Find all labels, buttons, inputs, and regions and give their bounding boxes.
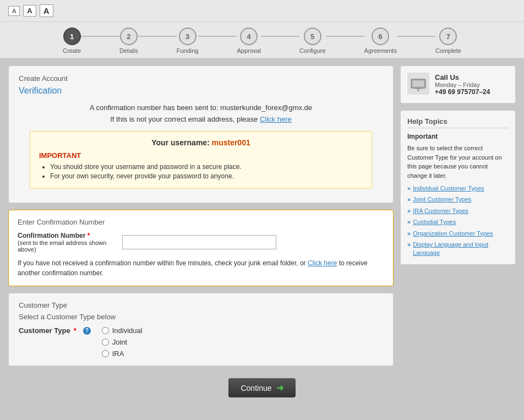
- important-bullet-1: You should store your username and passw…: [50, 163, 363, 171]
- step-3: 3 Funding: [177, 28, 199, 54]
- username-value: muster001: [212, 138, 250, 147]
- radio-individual[interactable]: Individual: [102, 326, 143, 335]
- font-small-button[interactable]: A: [8, 6, 20, 16]
- chevron-icon-0: »: [407, 185, 411, 192]
- step-circle-2: 2: [120, 28, 138, 45]
- help-link-1[interactable]: Joint Customer Types: [413, 195, 471, 204]
- help-link-item-2: » IRA Customer Types: [407, 207, 509, 215]
- step-circle-6: 6: [372, 28, 389, 45]
- step-label-6: Agreements: [364, 47, 397, 54]
- step-circle-5: 5: [304, 28, 321, 45]
- help-link-0[interactable]: Individual Customer Types: [413, 184, 484, 193]
- right-panel: Call Us Monday – Friday +49 69 975707–24…: [400, 66, 516, 366]
- help-link-item-5: » Display Language and Input Language: [407, 241, 509, 258]
- radio-joint-input[interactable]: [102, 339, 109, 346]
- help-section-label: Important: [407, 133, 509, 140]
- username-box: Your username: muster001 IMPORTANT You s…: [30, 131, 372, 189]
- email-correction-text: If this is not your correct email addres…: [110, 115, 258, 123]
- confirmation-number-input[interactable]: [122, 235, 276, 249]
- confirmation-field-label: Confirmation Number * (sent to the email…: [18, 232, 117, 253]
- step-4: 4 Approval: [237, 28, 260, 54]
- call-us-number: +49 69 975707–24: [435, 88, 490, 96]
- customer-required-star: *: [74, 326, 77, 335]
- click-here-confirm-link[interactable]: Click here: [308, 259, 337, 267]
- customer-type-label: Customer Type * ?: [19, 326, 91, 335]
- click-here-email-link[interactable]: Click here: [260, 115, 292, 123]
- help-link-4[interactable]: Organization Customer Types: [413, 230, 493, 238]
- step-5: 5 Configure: [299, 28, 326, 54]
- radio-ira-input[interactable]: [102, 350, 109, 357]
- customer-select-label: Select a Customer Type below: [19, 313, 383, 321]
- confirmation-sent-text: A confirmation number has been sent to: …: [19, 103, 383, 112]
- important-label: IMPORTANT: [39, 151, 363, 160]
- continue-button[interactable]: Continue ➜: [228, 378, 295, 397]
- confirm-title: Enter Confirmation Number: [18, 218, 384, 226]
- field-sublabel: (sent to the email address shown above): [18, 239, 117, 253]
- svg-rect-3: [413, 80, 424, 86]
- help-link-5[interactable]: Display Language and Input Language: [413, 241, 509, 258]
- chevron-icon-2: »: [407, 208, 411, 214]
- radio-options: Individual Joint IRA: [102, 326, 143, 358]
- font-large-button[interactable]: A: [40, 4, 53, 17]
- step-7: 7 Complete: [435, 28, 461, 54]
- step-connector-5-6: [326, 36, 364, 37]
- continue-section: Continue ➜: [0, 378, 524, 397]
- chevron-icon-4: »: [407, 230, 411, 237]
- step-connector-6-7: [397, 36, 435, 37]
- chevron-icon-1: »: [407, 196, 411, 203]
- help-link-item-0: » Individual Customer Types: [407, 184, 509, 193]
- step-label-1: Create: [63, 47, 81, 54]
- email-link-line: If this is not your correct email addres…: [19, 115, 383, 123]
- step-label-3: Funding: [177, 47, 199, 54]
- step-2: 2 Details: [119, 28, 138, 54]
- svg-rect-4: [415, 88, 421, 89]
- step-connector-1-2: [81, 36, 119, 37]
- card-subtitle: Verification: [19, 86, 383, 96]
- confirm-note: If you have not received a confirmation …: [18, 258, 384, 278]
- help-topics-title: Help Topics: [407, 117, 509, 128]
- step-label-4: Approval: [237, 47, 260, 54]
- step-label-7: Complete: [435, 47, 461, 54]
- left-panel: Create Account Verification A confirmati…: [8, 66, 394, 366]
- help-topics-card: Help Topics Important Be sure to select …: [400, 110, 516, 265]
- steps-bar: 1 Create 2 Details 3 Funding 4 Approval …: [0, 22, 524, 59]
- help-icon[interactable]: ?: [83, 327, 91, 335]
- radio-individual-input[interactable]: [102, 327, 109, 334]
- step-circle-4: 4: [240, 28, 258, 45]
- font-medium-button[interactable]: A: [23, 5, 36, 17]
- phone-icon-wrapper: [407, 73, 429, 96]
- call-us-title: Call Us: [435, 73, 490, 81]
- help-description: Be sure to select the correct Customer T…: [407, 144, 509, 180]
- step-circle-3: 3: [179, 28, 197, 45]
- confirmation-field-row: Confirmation Number * (sent to the email…: [18, 232, 384, 253]
- page-wrapper: A A A 1 Create 2 Details 3 Funding 4 App…: [0, 0, 524, 420]
- username-label: Your username:: [151, 138, 210, 147]
- confirmation-card: Enter Confirmation Number Confirmation N…: [8, 210, 394, 286]
- card-title: Create Account: [19, 74, 383, 83]
- step-1: 1 Create: [63, 28, 81, 54]
- arrow-icon: ➜: [276, 383, 283, 393]
- customer-type-title: Customer Type: [19, 301, 383, 309]
- step-connector-4-5: [261, 36, 299, 37]
- help-link-3[interactable]: Custodial Types: [413, 218, 456, 226]
- step-connector-3-4: [198, 36, 237, 37]
- help-link-item-4: » Organization Customer Types: [407, 230, 509, 238]
- help-link-2[interactable]: IRA Customer Types: [413, 207, 468, 215]
- step-label-2: Details: [119, 47, 138, 54]
- chevron-icon-5: »: [407, 241, 411, 248]
- step-connector-2-3: [138, 36, 177, 37]
- help-links: » Individual Customer Types » Joint Cust…: [407, 184, 509, 258]
- chevron-icon-3: »: [407, 219, 411, 225]
- help-link-item-3: » Custodial Types: [407, 218, 509, 226]
- step-circle-1: 1: [63, 28, 81, 45]
- help-link-item-1: » Joint Customer Types: [407, 195, 509, 204]
- step-label-5: Configure: [299, 47, 326, 54]
- call-us-hours: Monday – Friday: [435, 81, 490, 88]
- username-line: Your username: muster001: [39, 138, 363, 147]
- top-bar: A A A: [0, 0, 524, 22]
- step-circle-7: 7: [439, 28, 457, 45]
- step-6: 6 Agreements: [364, 28, 397, 54]
- radio-joint[interactable]: Joint: [102, 338, 143, 346]
- radio-ira[interactable]: IRA: [102, 350, 143, 358]
- required-star: *: [88, 232, 90, 239]
